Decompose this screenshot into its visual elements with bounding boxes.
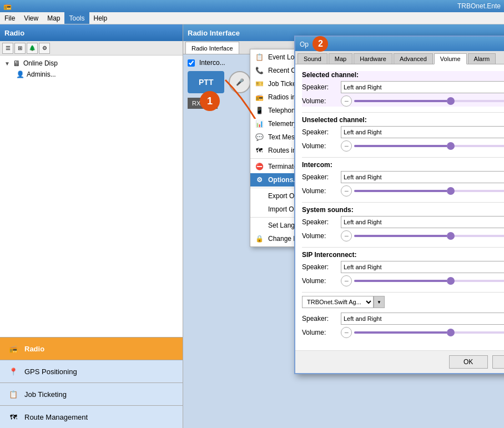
intercept-checkbox[interactable] <box>188 59 195 67</box>
toolbar-btn-grid[interactable]: ⊞ <box>14 43 26 54</box>
tree-child-label: Adminis... <box>27 71 56 78</box>
intercom-section: Intercom: Defaults Speaker: Left and Rig… <box>302 161 504 197</box>
sip-header: SIP Interconnect: Defaults <box>302 251 504 259</box>
sip-speaker-select[interactable]: Left and Right <box>341 261 504 273</box>
system-sounds-vol-minus[interactable]: − <box>341 230 352 241</box>
unselected-volume-label: Volume: <box>302 142 341 150</box>
ptt-button[interactable]: PTT <box>188 71 224 93</box>
step2-circle: 2 <box>313 36 328 52</box>
menu-file[interactable]: File <box>0 12 19 24</box>
dialog-title: Op 2 <box>300 36 328 52</box>
routes-icon: 🗺 <box>255 146 264 155</box>
nav-radio[interactable]: 📻 Radio <box>0 337 183 360</box>
unselected-channel-title: Unselected channel: <box>302 116 367 124</box>
sip-vol-thumb <box>447 277 455 285</box>
toolbar-btn-tree[interactable]: 🌲 <box>27 43 38 54</box>
trbo-dropdown-arrow[interactable]: ▼ <box>374 296 385 308</box>
sip-speaker-wrapper: Left and Right ▼ <box>341 261 504 273</box>
mic-button[interactable]: 🎤 <box>229 71 251 93</box>
unselected-volume-control: − + <box>341 140 504 152</box>
dialog-titlebar: Op 2 × <box>295 37 504 51</box>
system-sounds-vol-slider[interactable] <box>354 235 504 237</box>
nav-route[interactable]: 🗺 Route Management <box>0 405 183 428</box>
toolbar-btn-list[interactable]: ☰ <box>2 43 13 54</box>
sip-section: SIP Interconnect: Defaults Speaker: Left… <box>302 251 504 286</box>
selected-speaker-label: Speaker: <box>302 83 341 91</box>
intercom-title: Intercom: <box>302 161 332 169</box>
options-dialog: Op 2 × Sound Map Hardware Advanced Volum… <box>294 36 504 374</box>
tree-root[interactable]: ▼ 🖥 Online Disp <box>2 58 180 69</box>
calls-icon: 📞 <box>255 66 264 75</box>
intercom-volume-label: Volume: <box>302 187 341 195</box>
tree-expand-icon: ▼ <box>4 61 10 67</box>
tab-map[interactable]: Map <box>329 53 352 64</box>
selected-volume-row: Volume: − + <box>302 95 504 107</box>
password-icon: 🔒 <box>255 234 264 243</box>
tab-hardware[interactable]: Hardware <box>354 53 392 64</box>
tab-volume[interactable]: Volume <box>434 53 467 64</box>
intercom-vol-slider[interactable] <box>354 190 504 192</box>
unselected-speaker-select[interactable]: Left and Right <box>341 126 504 138</box>
selected-vol-slider[interactable] <box>354 100 504 102</box>
div5 <box>302 292 504 293</box>
menu-map[interactable]: Map <box>43 12 64 24</box>
export-icon <box>255 192 264 200</box>
menu-view[interactable]: View <box>19 12 43 24</box>
rxtx-button[interactable]: RX / TX <box>188 98 218 109</box>
ticket-icon: 🎫 <box>255 79 264 88</box>
cancel-button[interactable]: Cancel <box>492 355 504 369</box>
unselected-vol-minus[interactable]: − <box>341 140 352 152</box>
tree-root-label: Online Disp <box>23 59 58 67</box>
intercom-speaker-wrapper: Left and Right ▼ <box>341 171 504 183</box>
nav-gps-label: GPS Positioning <box>24 367 77 376</box>
selected-channel-title: Selected channel: <box>302 71 359 79</box>
unselected-channel-header: Unselected channel: Defaults <box>302 116 504 124</box>
unselected-vol-track <box>354 145 447 147</box>
trbo-speaker-select[interactable]: Left and Right <box>341 313 504 325</box>
sip-vol-track <box>354 280 447 282</box>
tree-child[interactable]: 👤 Adminis... <box>2 69 180 80</box>
unselected-speaker-wrapper: Left and Right ▼ <box>341 126 504 138</box>
selected-vol-minus[interactable]: − <box>341 95 352 107</box>
ok-button[interactable]: OK <box>449 355 488 369</box>
ri-tab-main[interactable]: Radio Interface <box>185 42 239 54</box>
log-icon: 📋 <box>255 53 264 62</box>
sip-vol-minus[interactable]: − <box>341 275 352 286</box>
terminate-icon: ⛔ <box>255 162 264 171</box>
options-icon: ⚙ <box>255 175 264 184</box>
intercept-label: Interco... <box>199 59 225 67</box>
system-sounds-volume-label: Volume: <box>302 232 341 240</box>
selected-speaker-row: Speaker: Left and Right ▼ <box>302 81 504 93</box>
div4 <box>302 247 504 248</box>
job-icon: 📋 <box>7 387 20 401</box>
intercom-vol-minus[interactable]: − <box>341 185 352 197</box>
unselected-vol-slider[interactable] <box>354 145 504 147</box>
system-sounds-speaker-row: Speaker: Left and Right ▼ <box>302 216 504 228</box>
tab-advanced[interactable]: Advanced <box>394 53 433 64</box>
selected-channel-section: Selected channel: Defaults Speaker: Left… <box>302 71 504 107</box>
intercom-speaker-select[interactable]: Left and Right <box>341 171 504 183</box>
dialog-tabs: Sound Map Hardware Advanced Volume Alarm <box>295 51 504 64</box>
toolbar-btn-settings[interactable]: ⚙ <box>39 43 50 54</box>
tab-alarm[interactable]: Alarm <box>468 53 496 64</box>
trbo-vol-minus[interactable]: − <box>341 327 352 338</box>
trbo-select-wrapper: TRBOnet.Swift Ag... ▼ <box>302 296 385 308</box>
dialog-footer: OK Cancel <box>295 350 504 373</box>
system-sounds-speaker-label: Speaker: <box>302 218 341 226</box>
nav-gps[interactable]: 📍 GPS Positioning <box>0 360 183 382</box>
intercom-volume-control: − + <box>341 185 504 197</box>
selected-speaker-select[interactable]: Left and Right <box>341 81 504 93</box>
system-sounds-speaker-select[interactable]: Left and Right <box>341 216 504 228</box>
tab-sound[interactable]: Sound <box>298 53 327 64</box>
nav-job[interactable]: 📋 Job Ticketing <box>0 382 183 405</box>
menu-tools[interactable]: Tools <box>64 12 89 24</box>
sip-volume-label: Volume: <box>302 277 341 285</box>
div2 <box>302 157 504 158</box>
div1 <box>302 112 504 113</box>
trbo-dropdown[interactable]: TRBOnet.Swift Ag... <box>302 296 374 308</box>
trbo-vol-slider[interactable] <box>354 331 504 334</box>
telemetry-icon: 📊 <box>255 119 264 128</box>
sip-vol-slider[interactable] <box>354 280 504 282</box>
trbo-volume-row: Volume: − + <box>302 327 504 338</box>
menu-help[interactable]: Help <box>89 12 112 24</box>
